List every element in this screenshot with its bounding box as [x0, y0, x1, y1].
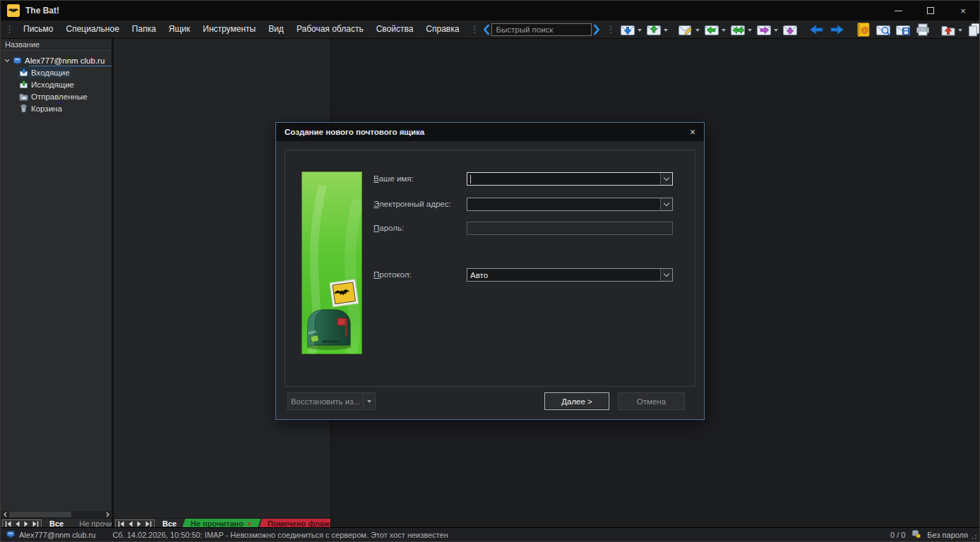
- new-message-button[interactable]: [676, 21, 702, 38]
- outbox-icon: [18, 80, 29, 89]
- bat-stamp: [330, 279, 358, 307]
- resize-grip[interactable]: [975, 538, 976, 539]
- window-title: The Bat!: [25, 6, 59, 16]
- search-back-button[interactable]: [482, 22, 491, 37]
- toolbar-grip[interactable]: ⋮: [465, 24, 482, 35]
- chevron-down-icon: [664, 175, 669, 181]
- folder-label: Входящие: [31, 68, 70, 77]
- inbox-icon: [18, 68, 29, 77]
- search-forward-button[interactable]: [592, 22, 602, 37]
- chevron-down-icon[interactable]: [722, 29, 726, 32]
- reply-to-all-button[interactable]: [728, 21, 754, 38]
- message-counter: 0 / 0: [890, 531, 905, 539]
- resize-grip: [972, 538, 974, 539]
- last-tab-button[interactable]: [144, 520, 153, 528]
- dialog-close-button[interactable]: ×: [686, 125, 700, 139]
- queue-sending-button[interactable]: [644, 21, 670, 38]
- minimize-icon: [895, 11, 902, 11]
- prev-tab-button[interactable]: [126, 520, 135, 528]
- next-button[interactable]: Далее >: [544, 392, 609, 410]
- app-window: The Bat! × ⋮ Письмо Специальное Папка Ящ…: [0, 0, 980, 542]
- menu-item-message[interactable]: Письмо: [17, 20, 60, 38]
- tree-item-outbox[interactable]: Исходящие: [1, 78, 112, 90]
- protocol-combobox[interactable]: Авто: [467, 268, 673, 282]
- protocol-value: Авто: [467, 271, 488, 279]
- menu-item-view[interactable]: Вид: [262, 20, 290, 38]
- combo-dropdown-button[interactable]: [660, 173, 672, 185]
- save-message-button[interactable]: [893, 21, 913, 38]
- menu-toolbar: ⋮ Письмо Специальное Папка Ящик Инструме…: [1, 20, 979, 39]
- tree-column-header[interactable]: Название: [1, 39, 112, 51]
- chevron-down-icon[interactable]: [748, 29, 752, 32]
- toolbar-grip[interactable]: ⋮: [602, 24, 618, 35]
- menu-item-help[interactable]: Справка: [419, 20, 465, 38]
- send-queued-mail-icon: [645, 21, 662, 38]
- cancel-button[interactable]: Отмена: [618, 392, 685, 410]
- scroll-left-arrow[interactable]: [1, 511, 8, 518]
- tree-item-sent[interactable]: Отправленные: [1, 90, 112, 102]
- close-tab-icon[interactable]: ×: [248, 520, 252, 528]
- menu-item-account[interactable]: Ящик: [162, 20, 197, 38]
- menu-item-tools[interactable]: Инструменты: [196, 20, 262, 38]
- mailbox-illustration: MAIL: [306, 310, 352, 350]
- new-message-icon: [677, 21, 694, 38]
- trash-folder-icon: [18, 104, 29, 113]
- print-button[interactable]: [913, 21, 933, 38]
- app-logo-icon: [7, 4, 20, 17]
- sent-folder-icon: [18, 92, 29, 101]
- tree-item-trash[interactable]: Корзина: [1, 102, 112, 114]
- prev-tab-button[interactable]: [13, 520, 22, 528]
- email-combobox[interactable]: [467, 198, 673, 211]
- menu-item-workspace[interactable]: Рабочая область: [290, 20, 370, 38]
- address-book-button[interactable]: @: [854, 21, 873, 38]
- maximize-button[interactable]: [914, 1, 947, 20]
- name-label: Ваше имя:: [374, 174, 414, 183]
- menu-item-folder[interactable]: Папка: [126, 20, 162, 38]
- next-tab-button[interactable]: [135, 520, 144, 528]
- forward-button[interactable]: [754, 21, 780, 38]
- dialog-title-bar: Создание нового почтового ящика ×: [276, 123, 704, 141]
- scrollbar-thumb[interactable]: [9, 512, 71, 517]
- password-field[interactable]: [467, 222, 673, 235]
- combo-dropdown-button[interactable]: [660, 269, 672, 281]
- last-tab-button[interactable]: [31, 520, 40, 528]
- next-tab-button[interactable]: [22, 520, 31, 528]
- chevron-down-icon[interactable]: [958, 29, 962, 32]
- password-label: Пароль:: [374, 224, 404, 232]
- save-icon: [895, 21, 912, 38]
- toolbar-grip[interactable]: ⋮: [1, 24, 17, 35]
- name-combobox[interactable]: [467, 172, 673, 186]
- search-messages-button[interactable]: [873, 21, 893, 38]
- reply-button[interactable]: [702, 21, 728, 38]
- chevron-down-icon[interactable]: [695, 29, 700, 32]
- back-button[interactable]: [806, 21, 827, 38]
- forward-nav-button[interactable]: [827, 21, 848, 38]
- account-name: Alex777@nnm club.ru: [25, 56, 104, 65]
- mailbox-account-icon: [12, 56, 23, 65]
- chevron-down-icon[interactable]: [774, 29, 778, 32]
- first-tab-button[interactable]: [116, 520, 126, 528]
- search-input[interactable]: [491, 23, 592, 36]
- minimize-button[interactable]: [882, 1, 914, 20]
- chevron-down-icon: [664, 200, 669, 206]
- restore-from-button[interactable]: Восстановить из...: [287, 392, 364, 410]
- first-tab-button[interactable]: [4, 520, 13, 528]
- menu-item-special[interactable]: Специальное: [60, 20, 126, 38]
- new-mailbox-dialog: Создание нового почтового ящика ×: [275, 122, 705, 420]
- check-mail-button[interactable]: [618, 21, 644, 38]
- menu-item-options[interactable]: Свойства: [370, 20, 420, 38]
- expander-chevron-icon[interactable]: [2, 57, 12, 64]
- tree-item-inbox[interactable]: Входящие: [1, 66, 112, 78]
- search-mail-icon: [875, 21, 892, 38]
- close-button[interactable]: ×: [947, 1, 979, 20]
- copy-message-button[interactable]: [964, 21, 980, 38]
- redirect-button[interactable]: [780, 21, 800, 38]
- move-to-folder-button[interactable]: [938, 21, 964, 38]
- chevron-down-icon[interactable]: [638, 29, 642, 32]
- chevron-down-icon[interactable]: [664, 29, 668, 32]
- restore-from-dropdown-button[interactable]: [363, 392, 376, 410]
- tree-item-account[interactable]: Alex777@nnm club.ru: [1, 54, 112, 66]
- forward-icon: [755, 21, 772, 38]
- scroll-right-arrow[interactable]: [104, 511, 111, 518]
- combo-dropdown-button[interactable]: [660, 198, 672, 210]
